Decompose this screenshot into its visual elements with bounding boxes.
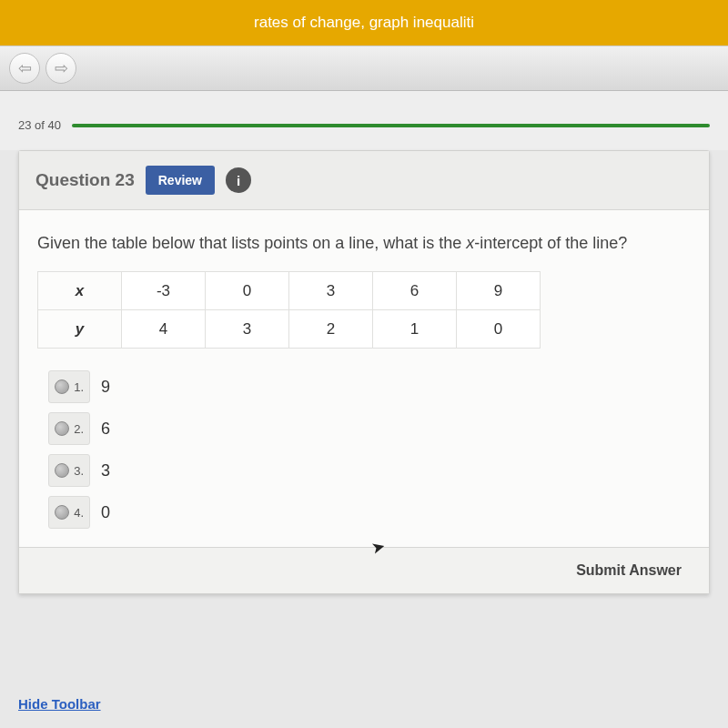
nav-forward-button[interactable]: ⇨ — [46, 53, 76, 84]
assignment-banner: rates of change, graph inequaliti — [0, 0, 728, 46]
banner-subtitle: rates of change, graph inequaliti — [254, 14, 474, 31]
row-header-y: y — [38, 310, 122, 349]
navigation-bar: ⇦ ⇨ — [0, 46, 728, 91]
progress-label: 23 of 40 — [18, 118, 61, 132]
table-cell: 3 — [206, 310, 289, 349]
prompt-text-post: -intercept of the line? — [474, 234, 627, 252]
option-number: 3. — [74, 464, 84, 478]
radio-icon — [55, 379, 69, 394]
question-body: Given the table below that lists points … — [19, 210, 709, 547]
review-button[interactable]: Review — [146, 166, 215, 195]
answer-option-4[interactable]: 4. 0 — [48, 496, 691, 529]
answer-list: 1. 9 2. 6 3. 3 4. — [48, 370, 691, 529]
radio-icon — [55, 421, 69, 436]
progress-bar — [72, 124, 710, 127]
progress-row: 23 of 40 — [0, 91, 728, 150]
radio-box[interactable]: 1. — [48, 370, 90, 403]
arrow-left-icon: ⇦ — [18, 58, 32, 78]
info-icon: i — [237, 173, 240, 188]
info-button[interactable]: i — [226, 167, 251, 193]
card-footer: Submit Answer — [19, 547, 709, 593]
question-number-label: Question 23 — [35, 170, 135, 190]
option-value: 3 — [101, 461, 110, 480]
prompt-text-pre: Given the table below that lists points … — [37, 234, 466, 252]
table-cell: 2 — [289, 310, 373, 349]
hide-toolbar-link[interactable]: Hide Toolbar — [18, 696, 101, 712]
answer-option-3[interactable]: 3. 3 — [48, 454, 691, 487]
prompt-variable: x — [466, 234, 474, 252]
table-cell: 3 — [289, 272, 373, 310]
nav-back-button[interactable]: ⇦ — [9, 53, 40, 84]
data-table: x -3 0 3 6 9 y 4 3 2 1 0 — [37, 271, 541, 349]
question-prompt: Given the table below that lists points … — [37, 232, 691, 255]
option-value: 6 — [101, 420, 110, 439]
table-cell: 4 — [122, 310, 206, 349]
option-value: 0 — [101, 503, 110, 522]
answer-option-2[interactable]: 2. 6 — [48, 412, 691, 445]
option-number: 4. — [74, 506, 84, 520]
option-value: 9 — [101, 378, 110, 397]
submit-answer-button[interactable]: Submit Answer — [576, 562, 682, 578]
table-row: y 4 3 2 1 0 — [38, 310, 541, 349]
table-row: x -3 0 3 6 9 — [38, 272, 541, 310]
table-cell: 1 — [373, 310, 457, 349]
radio-icon — [55, 463, 69, 478]
table-cell: 0 — [206, 272, 289, 310]
option-number: 1. — [74, 380, 84, 394]
radio-box[interactable]: 4. — [48, 496, 90, 529]
answer-option-1[interactable]: 1. 9 — [48, 370, 691, 403]
radio-box[interactable]: 3. — [48, 454, 90, 487]
row-header-x: x — [38, 272, 122, 310]
table-cell: 9 — [457, 272, 541, 310]
question-header: Question 23 Review i — [19, 151, 709, 210]
option-number: 2. — [74, 422, 84, 436]
radio-icon — [55, 505, 69, 520]
arrow-right-icon: ⇨ — [55, 58, 68, 78]
question-card: Question 23 Review i Given the table bel… — [18, 150, 710, 594]
table-cell: 6 — [373, 272, 457, 310]
radio-box[interactable]: 2. — [48, 412, 90, 445]
table-cell: -3 — [122, 272, 206, 310]
table-cell: 0 — [457, 310, 541, 349]
